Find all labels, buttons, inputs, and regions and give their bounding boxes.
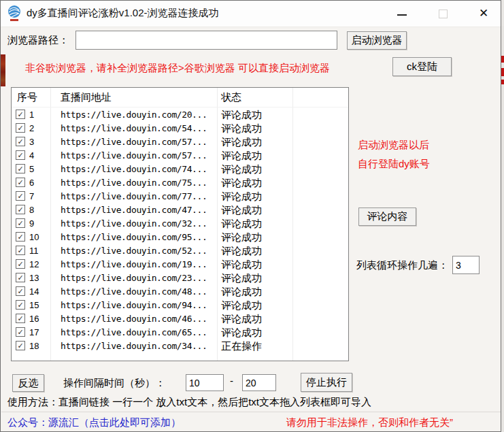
close-button[interactable]: ✕ xyxy=(469,1,499,27)
row-status: 评论成功 xyxy=(221,163,262,176)
table-row[interactable]: ✓1https://live.douyin.com/20...评论成功 xyxy=(12,107,348,121)
table-header: 序号 直播间地址 状态 xyxy=(12,88,348,107)
row-status: 评论成功 xyxy=(221,231,262,244)
row-index: 1 xyxy=(29,110,34,120)
row-checkbox[interactable]: ✓ xyxy=(16,327,25,337)
row-status: 评论成功 xyxy=(221,286,262,299)
header-url: 直播间地址 xyxy=(61,91,112,104)
row-status: 评论成功 xyxy=(221,245,262,258)
row-status: 评论成功 xyxy=(221,177,262,190)
row-live-url: https://live.douyin.com/57... xyxy=(61,150,207,161)
live-room-table[interactable]: 序号 直播间地址 状态 ✓1https://live.douyin.com/20… xyxy=(11,87,349,361)
background-window-strip xyxy=(501,26,504,432)
loop-count-input[interactable] xyxy=(452,256,480,274)
table-row[interactable]: ✓8https://live.douyin.com/47...评论成功 xyxy=(12,203,348,216)
row-checkbox[interactable]: ✓ xyxy=(16,246,25,255)
row-status: 评论成功 xyxy=(221,136,262,149)
table-row[interactable]: ✓14https://live.douyin.com/48...评论成功 xyxy=(12,284,348,298)
row-checkbox[interactable]: ✓ xyxy=(16,286,25,296)
table-row[interactable]: ✓7https://live.douyin.com/77...评论成功 xyxy=(12,189,348,203)
app-window: dy多直播间评论涨粉v1.02-浏览器连接成功 ✕ 浏览器路径： 启动浏览器 非… xyxy=(0,0,501,432)
window-title: dy多直播间评论涨粉v1.02-浏览器连接成功 xyxy=(27,7,219,20)
interval-min-input[interactable] xyxy=(186,374,224,391)
title-bar: dy多直播间评论涨粉v1.02-浏览器连接成功 ✕ xyxy=(1,1,501,27)
row-checkbox[interactable]: ✓ xyxy=(16,164,25,173)
table-row[interactable]: ✓4https://live.douyin.com/57...评论成功 xyxy=(12,148,348,162)
table-row[interactable]: ✓13https://live.douyin.com/23...评论成功 xyxy=(12,271,348,284)
interval-label: 操作间隔时间（秒）： xyxy=(63,377,165,390)
table-row[interactable]: ✓3https://live.douyin.com/57...评论成功 xyxy=(12,135,348,148)
row-live-url: https://live.douyin.com/23... xyxy=(61,273,207,283)
footer-divider xyxy=(1,412,501,412)
row-status: 评论成功 xyxy=(221,109,262,122)
interval-max-input[interactable] xyxy=(242,374,276,391)
table-row[interactable]: ✓5https://live.douyin.com/74...评论成功 xyxy=(12,162,348,176)
row-checkbox[interactable]: ✓ xyxy=(16,110,25,119)
row-live-url: https://live.douyin.com/32... xyxy=(61,218,207,229)
row-status: 评论成功 xyxy=(221,327,262,339)
row-checkbox[interactable]: ✓ xyxy=(16,137,25,146)
row-checkbox[interactable]: ✓ xyxy=(16,273,25,282)
row-status: 评论成功 xyxy=(221,150,262,163)
row-index: 14 xyxy=(29,286,39,297)
browser-path-input[interactable] xyxy=(75,31,337,50)
table-row[interactable]: ✓6https://live.douyin.com/75...评论成功 xyxy=(12,176,348,189)
row-index: 15 xyxy=(29,300,39,310)
launch-browser-button[interactable]: 启动浏览器 xyxy=(347,31,407,50)
row-checkbox[interactable]: ✓ xyxy=(16,218,25,228)
row-index: 8 xyxy=(29,205,34,215)
row-checkbox[interactable]: ✓ xyxy=(16,341,25,350)
row-checkbox[interactable]: ✓ xyxy=(16,259,25,269)
row-checkbox[interactable]: ✓ xyxy=(16,123,25,133)
interval-separator: - xyxy=(230,375,233,386)
row-live-url: https://live.douyin.com/19... xyxy=(61,259,207,269)
row-index: 2 xyxy=(29,123,34,133)
row-live-url: https://live.douyin.com/95... xyxy=(61,232,207,242)
stop-execution-button[interactable]: 停止执行 xyxy=(301,373,352,392)
table-row[interactable]: ✓17https://live.douyin.com/65...评论成功 xyxy=(12,325,348,339)
row-status: 评论成功 xyxy=(221,204,262,217)
row-checkbox[interactable]: ✓ xyxy=(16,150,25,160)
row-live-url: https://live.douyin.com/75... xyxy=(61,178,207,188)
row-checkbox[interactable]: ✓ xyxy=(16,205,25,214)
close-icon: ✕ xyxy=(479,7,488,20)
row-index: 13 xyxy=(29,273,39,283)
table-row[interactable]: ✓12https://live.douyin.com/19...评论成功 xyxy=(12,257,348,271)
legal-warning: 请勿用于非法操作，否则和作者无关” xyxy=(286,416,453,429)
row-live-url: https://live.douyin.com/46... xyxy=(61,314,207,324)
row-index: 3 xyxy=(29,137,34,147)
background-red-fragment xyxy=(501,68,504,76)
row-status: 评论成功 xyxy=(221,259,262,271)
row-index: 11 xyxy=(29,246,39,256)
ck-login-button[interactable]: ck登陆 xyxy=(392,57,452,76)
wechat-official-link[interactable]: 公众号：源流汇（点击此处即可添加） xyxy=(7,416,181,429)
row-index: 6 xyxy=(29,178,34,188)
row-live-url: https://live.douyin.com/77... xyxy=(61,191,207,201)
maximize-button[interactable] xyxy=(428,1,458,27)
minimize-button[interactable] xyxy=(387,1,417,27)
background-red-fragment xyxy=(501,56,504,63)
table-rows: ✓1https://live.douyin.com/20...评论成功✓2htt… xyxy=(12,107,348,352)
table-row[interactable]: ✓10https://live.douyin.com/95...评论成功 xyxy=(12,230,348,244)
loop-count-label: 列表循环操作几遍： xyxy=(356,259,448,272)
row-checkbox[interactable]: ✓ xyxy=(16,314,25,323)
row-live-url: https://live.douyin.com/20... xyxy=(61,110,207,120)
side-tip-line1: 启动浏览器以后 xyxy=(358,139,429,152)
row-checkbox[interactable]: ✓ xyxy=(16,191,25,201)
row-live-url: https://live.douyin.com/54... xyxy=(61,123,207,133)
table-row[interactable]: ✓9https://live.douyin.com/32...评论成功 xyxy=(12,216,348,230)
row-status: 评论成功 xyxy=(221,272,262,285)
table-row[interactable]: ✓18https://live.douyin.com/34...正在操作 xyxy=(12,339,348,352)
table-row[interactable]: ✓15https://live.douyin.com/94...评论成功 xyxy=(12,298,348,312)
invert-selection-button[interactable]: 反选 xyxy=(12,374,44,392)
row-checkbox[interactable]: ✓ xyxy=(16,178,25,187)
table-row[interactable]: ✓16https://live.douyin.com/46...评论成功 xyxy=(12,312,348,325)
row-checkbox[interactable]: ✓ xyxy=(16,300,25,310)
comment-content-button[interactable]: 评论内容 xyxy=(358,207,416,226)
table-row[interactable]: ✓11https://live.douyin.com/52...评论成功 xyxy=(12,244,348,257)
minimize-icon xyxy=(397,14,407,16)
app-logo-icon xyxy=(7,5,22,22)
header-index: 序号 xyxy=(17,91,37,104)
row-checkbox[interactable]: ✓ xyxy=(16,232,25,242)
table-row[interactable]: ✓2https://live.douyin.com/54...评论成功 xyxy=(12,121,348,135)
